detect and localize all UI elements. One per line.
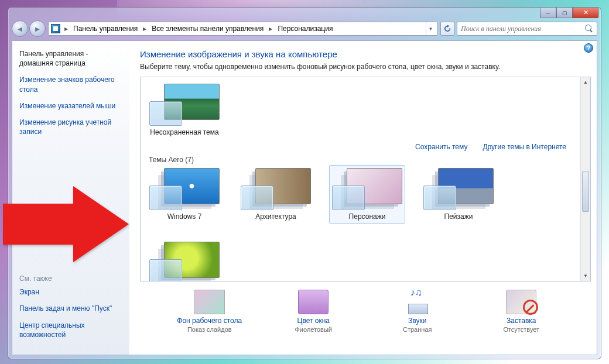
chevron-right-icon: ▶ <box>63 26 70 32</box>
theme-label: Windows 7 <box>167 212 202 221</box>
address-bar[interactable]: ▶ Панель управления ▶ Все элементы панел… <box>48 22 438 36</box>
search-field[interactable] <box>457 22 597 36</box>
setting-label: Заставка <box>474 317 568 325</box>
sidebar-home-link[interactable]: Панель управления - домашняя страница <box>19 49 122 68</box>
navigation-toolbar: ◄ ► ▶ Панель управления ▶ Все элементы п… <box>8 19 601 40</box>
theme-unsaved[interactable]: Несохраненная тема <box>146 81 223 139</box>
sidebar-link-mouse-pointers[interactable]: Изменение указателей мыши <box>19 101 122 111</box>
close-button[interactable]: ✕ <box>573 8 598 18</box>
theme-item[interactable]: Персонажи <box>329 165 405 224</box>
sidebar-link-account-picture[interactable]: Изменение рисунка учетной записи <box>19 118 122 136</box>
breadcrumb-item[interactable]: Панель управления <box>72 25 139 33</box>
setting-status: Показ слайдов <box>163 326 256 333</box>
see-also-ease-of-access[interactable]: Центр специальных возможностей <box>19 321 122 339</box>
scroll-down-icon[interactable]: ▼ <box>581 271 590 281</box>
theme-setting-item[interactable]: Цвет окнаФиолетовый <box>266 290 360 333</box>
back-button[interactable]: ◄ <box>12 20 28 37</box>
theme-item[interactable]: Архитектура <box>238 165 314 224</box>
forward-button[interactable]: ► <box>29 20 46 37</box>
sidebar-link-desktop-icons[interactable]: Изменение значков рабочего стола <box>19 75 122 94</box>
see-also-header: См. также <box>19 274 122 283</box>
setting-label: Цвет окна <box>266 317 360 325</box>
setting-label: Звуки <box>371 317 464 325</box>
theme-item[interactable]: Windows 7 <box>146 165 223 224</box>
main-content: Изменение изображения и звука на компьют… <box>129 41 597 355</box>
refresh-button[interactable] <box>440 22 454 36</box>
control-panel-icon <box>51 24 60 33</box>
search-icon <box>585 25 593 33</box>
setting-label: Фон рабочего стола <box>163 317 256 325</box>
scroll-thumb[interactable] <box>582 171 589 212</box>
save-theme-link[interactable]: Сохранить тему <box>415 143 467 151</box>
setting-icon <box>402 290 433 314</box>
page-title: Изменение изображения и звука на компьют… <box>140 49 591 59</box>
minimize-button[interactable]: ─ <box>540 8 556 18</box>
theme-label: Несохраненная тема <box>150 128 218 136</box>
sidebar: Панель управления - домашняя страница Из… <box>12 41 129 355</box>
aero-section-header: Темы Aero (7) <box>149 156 574 164</box>
title-bar: ─ ▢ ✕ <box>8 8 601 19</box>
setting-icon <box>506 290 536 314</box>
theme-settings-row: Фон рабочего столаПоказ слайдовЦвет окна… <box>140 281 591 336</box>
breadcrumb-item[interactable]: Персонализация <box>276 25 334 33</box>
setting-icon <box>194 290 225 314</box>
more-themes-link[interactable]: Другие темы в Интернете <box>483 143 566 151</box>
chevron-right-icon: ▶ <box>141 26 148 32</box>
chevron-right-icon: ▶ <box>267 26 274 32</box>
theme-label: Персонажи <box>349 212 386 221</box>
see-also-taskbar[interactable]: Панель задач и меню "Пуск" <box>19 304 122 313</box>
see-also-display[interactable]: Экран <box>19 287 122 297</box>
setting-status: Странная <box>371 326 464 333</box>
theme-item[interactable]: Природа <box>146 239 223 281</box>
control-panel-window: ─ ▢ ✕ ◄ ► ▶ Панель управления ▶ Все элем… <box>8 7 601 359</box>
setting-status: Отсутствует <box>474 326 568 333</box>
theme-setting-item[interactable]: ЗвукиСтранная <box>371 290 464 333</box>
setting-status: Фиолетовый <box>266 326 360 333</box>
scrollbar[interactable]: ▲ ▼ <box>580 77 590 281</box>
address-dropdown-icon[interactable]: ▼ <box>426 22 435 35</box>
scroll-up-icon[interactable]: ▲ <box>581 77 590 87</box>
theme-item[interactable]: Пейзажи <box>420 165 497 224</box>
maximize-button[interactable]: ▢ <box>556 8 573 18</box>
search-input[interactable] <box>461 25 585 33</box>
theme-setting-item[interactable]: Фон рабочего столаПоказ слайдов <box>163 290 256 333</box>
setting-icon <box>298 290 329 314</box>
themes-panel: Несохраненная тема Сохранить тему Другие… <box>140 77 591 281</box>
theme-label: Пейзажи <box>444 212 473 221</box>
theme-label: Архитектура <box>255 212 296 221</box>
theme-setting-item[interactable]: ЗаставкаОтсутствует <box>474 290 568 333</box>
breadcrumb-item[interactable]: Все элементы панели управления <box>150 25 265 33</box>
page-subtitle: Выберите тему, чтобы одновременно измени… <box>140 63 591 71</box>
